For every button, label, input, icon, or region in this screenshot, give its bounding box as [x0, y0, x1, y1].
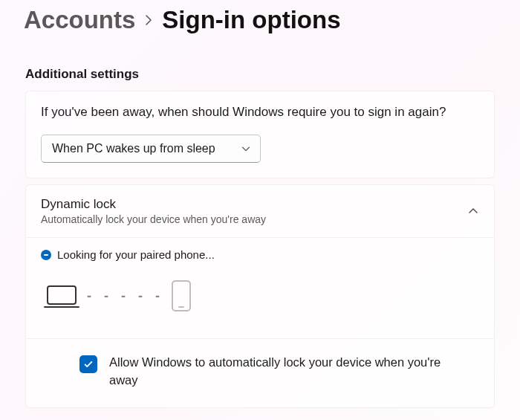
dynamic-lock-title: Dynamic lock: [41, 197, 266, 212]
dynamic-lock-expander[interactable]: Dynamic lock Automatically lock your dev…: [26, 185, 494, 238]
phone-icon: [172, 280, 191, 311]
auto-lock-checkbox[interactable]: [79, 355, 97, 373]
auto-lock-checkbox-row: Allow Windows to automatically lock your…: [26, 338, 494, 407]
dropdown-value: When PC wakes up from sleep: [52, 142, 215, 155]
pairing-status-text: Looking for your paired phone...: [57, 248, 215, 261]
breadcrumb-parent[interactable]: Accounts: [24, 6, 135, 34]
chevron-up-icon: [467, 205, 479, 217]
pairing-status-row: Looking for your paired phone...: [26, 238, 494, 267]
breadcrumb: Accounts Sign-in options: [0, 0, 520, 46]
dynamic-lock-subtitle: Automatically lock your device when you'…: [41, 213, 266, 225]
signin-question-text: If you've been away, when should Windows…: [41, 105, 479, 120]
info-icon: [41, 250, 51, 260]
section-heading-additional-settings: Additional settings: [0, 46, 520, 91]
chevron-down-icon: [241, 143, 251, 154]
connection-dashes: - - - - -: [87, 288, 164, 304]
laptop-icon: [47, 285, 77, 305]
auto-lock-checkbox-label: Allow Windows to automatically lock your…: [109, 354, 466, 390]
chevron-right-icon: [143, 14, 155, 26]
breadcrumb-current: Sign-in options: [162, 6, 340, 34]
pairing-graphic: - - - - -: [26, 267, 494, 338]
dynamic-lock-card: Dynamic lock Automatically lock your dev…: [25, 184, 495, 408]
signin-requirement-card: If you've been away, when should Windows…: [25, 91, 495, 178]
signin-timeout-dropdown[interactable]: When PC wakes up from sleep: [41, 135, 261, 163]
